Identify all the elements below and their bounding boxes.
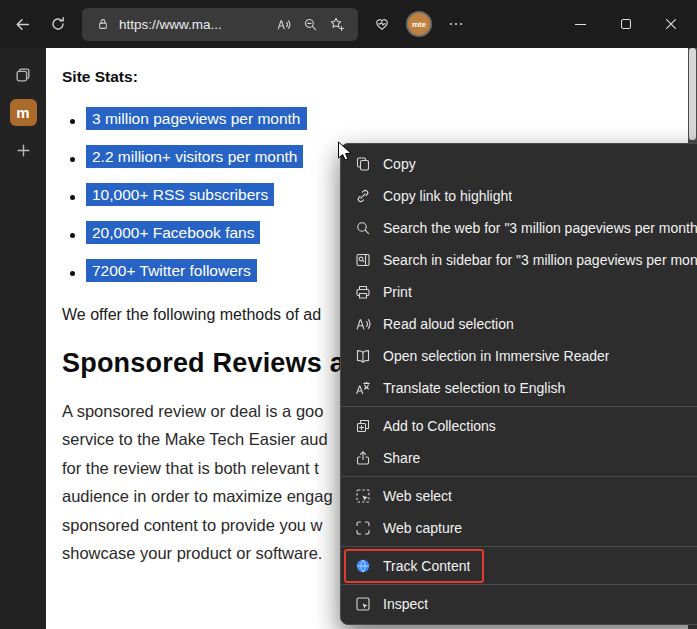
copy-icon (355, 156, 371, 172)
tab-actions-button[interactable] (8, 60, 38, 90)
collections-icon (355, 418, 371, 434)
back-icon (14, 16, 31, 33)
maximize-button[interactable] (603, 3, 648, 45)
menu-item-share[interactable]: Share (341, 442, 697, 474)
web-capture-icon (355, 520, 371, 536)
new-tab-button[interactable] (8, 135, 38, 165)
menu-item-label: Track Content (383, 558, 470, 574)
context-menu: Copy Copy link to highlight Search the w… (340, 143, 697, 625)
address-bar[interactable]: https://www.ma... (82, 8, 358, 41)
menu-item-web-select[interactable]: Web select (341, 480, 697, 512)
vertical-tabs-rail: m (0, 48, 46, 629)
menu-item-label: Copy link to highlight (383, 188, 512, 204)
heart-pulse-icon (374, 16, 390, 32)
scrollbar-thumb[interactable] (689, 48, 696, 140)
profile-avatar[interactable]: mte (406, 11, 432, 37)
menu-item-print[interactable]: Print (341, 276, 697, 308)
search-sidebar-icon (355, 252, 371, 268)
search-icon (355, 220, 371, 236)
menu-item-label: Translate selection to English (383, 380, 565, 396)
menu-item-add-to-collections[interactable]: Add to Collections (341, 410, 697, 442)
read-aloud-icon[interactable] (272, 13, 294, 35)
refresh-button[interactable] (40, 6, 76, 42)
menu-item-read-aloud[interactable]: Read aloud selection (341, 308, 697, 340)
menu-item-inspect[interactable]: Inspect (341, 588, 697, 620)
browser-essentials-button[interactable] (364, 6, 400, 42)
copy-link-icon (355, 188, 371, 204)
track-content-icon (355, 558, 371, 574)
back-button[interactable] (4, 6, 40, 42)
browser-toolbar: https://www.ma... mte (0, 0, 697, 48)
menu-item-label: Inspect (383, 596, 428, 612)
menu-separator (341, 406, 697, 407)
plus-icon (15, 142, 32, 159)
menu-item-label: Share (383, 450, 420, 466)
immersive-reader-icon (355, 348, 371, 364)
menu-item-label: Copy (383, 156, 416, 172)
menu-item-label: Read aloud selection (383, 316, 514, 332)
close-button[interactable] (648, 3, 693, 45)
site-stats-heading: Site Stats: (62, 68, 697, 86)
print-icon (355, 284, 371, 300)
translate-icon (355, 380, 371, 396)
highlighted-text: 3 million pageviews per month (86, 107, 307, 130)
lock-icon[interactable] (92, 13, 114, 35)
list-item: 3 million pageviews per month (62, 110, 697, 128)
menu-item-copy-link-to-highlight[interactable]: Copy link to highlight (341, 180, 697, 212)
add-favorite-star-icon[interactable] (326, 13, 348, 35)
read-aloud-icon (355, 316, 371, 332)
mouse-cursor (337, 141, 357, 163)
tabs-icon (14, 66, 32, 84)
minimize-button[interactable] (558, 3, 603, 45)
menu-item-label: Search the web for "3 million pageviews … (383, 220, 697, 236)
highlighted-text: 2.2 million+ visitors per month (86, 145, 303, 168)
favicon-label: m (16, 104, 29, 121)
menu-item-label: Web select (383, 488, 452, 504)
ellipsis-icon (448, 16, 464, 32)
menu-item-web-capture[interactable]: Web capture (341, 512, 697, 544)
menu-item-label: Open selection in Immersive Reader (383, 348, 609, 364)
maximize-icon (621, 19, 631, 29)
minimize-icon (575, 24, 586, 25)
highlighted-text: 20,000+ Facebook fans (86, 221, 260, 244)
share-icon (355, 450, 371, 466)
active-tab-favicon[interactable]: m (10, 99, 37, 126)
browser-window: https://www.ma... mte (0, 0, 697, 48)
highlighted-text: 10,000+ RSS subscribers (86, 183, 274, 206)
menu-item-immersive-reader[interactable]: Open selection in Immersive Reader (341, 340, 697, 372)
menu-separator (341, 546, 697, 547)
menu-item-copy[interactable]: Copy (341, 148, 697, 180)
inspect-icon (355, 596, 371, 612)
menu-item-label: Add to Collections (383, 418, 496, 434)
web-select-icon (355, 488, 371, 504)
zoom-out-icon[interactable] (299, 13, 321, 35)
menu-item-translate[interactable]: Translate selection to English (341, 372, 697, 404)
highlighted-text: 7200+ Twitter followers (86, 259, 257, 282)
menu-separator (341, 476, 697, 477)
refresh-icon (50, 16, 66, 32)
settings-menu-button[interactable] (438, 6, 474, 42)
close-icon (664, 17, 678, 31)
menu-item-track-content[interactable]: Track Content (341, 550, 697, 582)
menu-item-label: Web capture (383, 520, 462, 536)
menu-item-search-sidebar[interactable]: Search in sidebar for "3 million pagevie… (341, 244, 697, 276)
menu-item-label: Print (383, 284, 412, 300)
menu-item-label: Search in sidebar for "3 million pagevie… (383, 252, 697, 268)
url-text[interactable]: https://www.ma... (119, 17, 267, 32)
menu-item-search-web[interactable]: Search the web for "3 million pageviews … (341, 212, 697, 244)
menu-separator (341, 584, 697, 585)
